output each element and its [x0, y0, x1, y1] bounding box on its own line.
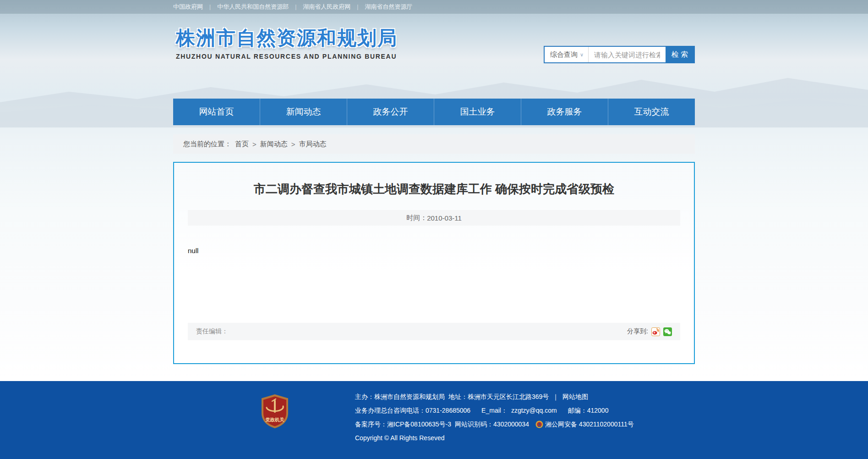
footer-host-value: 株洲市自然资源和规划局 — [374, 393, 445, 401]
footer-copyright: Copyright © All Rights Reseved — [355, 434, 445, 442]
site-title: 株洲市自然资源和规划局 — [176, 28, 398, 49]
footer-zip-label: 邮编： — [568, 407, 587, 415]
search-input[interactable] — [589, 47, 666, 62]
footer-zip-value: 412000 — [587, 407, 609, 415]
breadcrumb-label: 您当前的位置： — [183, 140, 231, 149]
footer-site-code: 网站识别码：4302000034 — [455, 420, 529, 428]
footer-host-label: 主办： — [355, 393, 374, 401]
article-title: 市二调办督查我市城镇土地调查数据建库工作 确保按时完成省级预检 — [192, 181, 676, 197]
search-bar: 综合查询 ∨ 检 索 — [544, 46, 695, 63]
footer-email-link[interactable]: zzgtzy@qq.com — [511, 407, 557, 415]
toplink-china-gov[interactable]: 中国政府网 — [173, 3, 203, 11]
share-label: 分享到: — [627, 327, 648, 336]
footer-phone-value: 0731-28685006 — [426, 407, 470, 415]
breadcrumb-link-news[interactable]: 新闻动态 — [260, 140, 288, 149]
footer-line-registration: 备案序号：湘ICP备08100635号-3 网站识别码：4302000034 湘… — [355, 420, 695, 428]
footer-phone-label: 业务办理总台咨询电话： — [355, 407, 426, 415]
nav-item-news[interactable]: 新闻动态 — [260, 99, 347, 125]
weibo-share-icon[interactable] — [651, 327, 660, 336]
page-footer: 党政机关 主办： 株洲市自然资源和规划局 地址： 株洲市天元区长江北路369号 … — [0, 381, 868, 459]
site-subtitle-english: ZHUZHOU NATURAL RESOURCES AND PLANNING B… — [176, 53, 398, 60]
toplink-mnr[interactable]: 中华人民共和国自然资源部 — [217, 3, 289, 11]
footer-address-label: 地址： — [448, 393, 468, 401]
toplink-separator: | — [209, 4, 211, 10]
breadcrumb-link-home[interactable]: 首页 — [235, 140, 249, 149]
search-category-select[interactable]: 综合查询 ∨ — [545, 47, 589, 62]
wechat-share-icon[interactable] — [663, 327, 672, 336]
footer-sitemap-link[interactable]: 网站地图 — [562, 393, 588, 401]
article-time-label: 时间： — [406, 214, 427, 222]
toplink-hunan-nr[interactable]: 湖南省自然资源厅 — [365, 3, 412, 11]
footer-line-contact: 业务办理总台咨询电话： 0731-28685006 E_mail： zzgtzy… — [355, 407, 695, 415]
toplink-hunan-gov[interactable]: 湖南省人民政府网 — [303, 3, 350, 11]
nav-item-interaction[interactable]: 互动交流 — [608, 99, 695, 125]
footer-divider: ｜ — [552, 393, 559, 401]
footer-email-label: E_mail： — [481, 407, 508, 415]
footer-icp-number: 备案序号：湘ICP备08100635号-3 — [355, 420, 451, 428]
breadcrumb-separator: > — [252, 140, 257, 148]
breadcrumb-separator: > — [291, 140, 295, 148]
article-time-value: 2010-03-11 — [427, 214, 462, 222]
site-header: 株洲市自然资源和规划局 ZHUZHOU NATURAL RESOURCES AN… — [0, 14, 868, 99]
footer-address-value: 株洲市天元区长江北路369号 — [468, 393, 549, 401]
article-body: null — [188, 247, 680, 254]
badge-label: 党政机关 — [265, 417, 285, 422]
nav-item-home[interactable]: 网站首页 — [173, 99, 260, 125]
editor-label: 责任编辑： — [196, 327, 228, 336]
share-group: 分享到: — [627, 327, 672, 336]
footer-line-host: 主办： 株洲市自然资源和规划局 地址： 株洲市天元区长江北路369号 ｜ 网站地… — [355, 393, 695, 401]
toplink-separator: | — [295, 4, 296, 10]
search-category-value: 综合查询 — [550, 50, 578, 59]
nav-item-land-business[interactable]: 国土业务 — [434, 99, 521, 125]
article-box: 市二调办督查我市城镇土地调查数据建库工作 确保按时完成省级预检 时间： 2010… — [173, 162, 695, 364]
main-navigation: 网站首页 新闻动态 政务公开 国土业务 政务服务 互动交流 — [0, 99, 868, 125]
breadcrumb: 您当前的位置： 首页 > 新闻动态 > 市局动态 — [173, 134, 695, 154]
main-content: 市二调办督查我市城镇土地调查数据建库工作 确保按时完成省级预检 时间： 2010… — [0, 162, 868, 364]
site-logo[interactable]: 株洲市自然资源和规划局 ZHUZHOU NATURAL RESOURCES AN… — [176, 28, 398, 60]
search-button[interactable]: 检 索 — [666, 47, 694, 62]
footer-info: 主办： 株洲市自然资源和规划局 地址： 株洲市天元区长江北路369号 ｜ 网站地… — [355, 381, 695, 442]
top-links-bar: 中国政府网 | 中华人民共和国自然资源部 | 湖南省人民政府网 | 湖南省自然资… — [0, 0, 868, 14]
nav-item-gov-info[interactable]: 政务公开 — [347, 99, 434, 125]
article-footer-band: 责任编辑： 分享到: — [188, 323, 680, 340]
nav-item-gov-services[interactable]: 政务服务 — [521, 99, 608, 125]
party-government-badge-icon[interactable]: 党政机关 — [260, 394, 289, 429]
footer-police-record-link[interactable]: 湘公网安备 43021102000111号 — [545, 420, 634, 428]
police-badge-icon — [535, 420, 543, 428]
toplink-separator: | — [357, 4, 358, 10]
article-time-band: 时间： 2010-03-11 — [188, 210, 680, 226]
breadcrumb-section: 您当前的位置： 首页 > 新闻动态 > 市局动态 — [0, 134, 868, 154]
breadcrumb-link-bureau-news[interactable]: 市局动态 — [299, 140, 327, 149]
footer-line-copyright: Copyright © All Rights Reseved — [355, 434, 695, 442]
chevron-down-icon: ∨ — [580, 52, 584, 58]
